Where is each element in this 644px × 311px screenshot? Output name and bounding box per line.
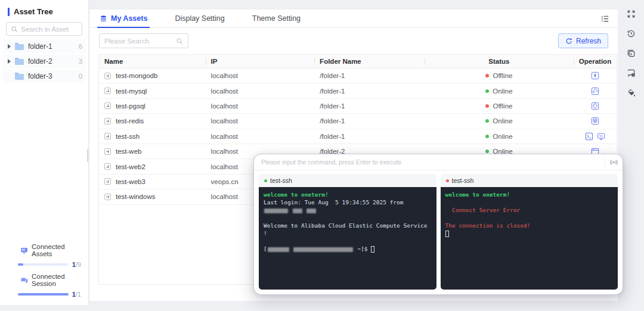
status-dot bbox=[485, 89, 489, 93]
stat-progress-track bbox=[18, 263, 69, 266]
table-row[interactable]: test-sshlocalhost/folder-1OnlineTEL bbox=[99, 129, 617, 144]
redis-icon[interactable] bbox=[591, 117, 599, 125]
pgsql-icon[interactable] bbox=[591, 102, 599, 110]
tab-bar: My AssetsDisplay SettingTheme Setting bbox=[89, 10, 618, 28]
stat-progress-fill bbox=[18, 293, 69, 296]
expand-plus-icon[interactable] bbox=[104, 148, 111, 155]
tab-theme-setting[interactable]: Theme Setting bbox=[251, 10, 302, 27]
terminal-icon[interactable] bbox=[585, 132, 593, 141]
refresh-label: Refresh bbox=[576, 37, 601, 45]
column-header-status: Status bbox=[425, 55, 574, 68]
tree-node-folder-1[interactable]: folder-16 bbox=[2, 39, 86, 53]
stat-progress-track bbox=[18, 293, 69, 296]
stat-label: Connected Assets bbox=[32, 243, 81, 257]
stat-bar-row: 1/1 bbox=[20, 291, 81, 298]
cell-ip: localhost bbox=[206, 114, 315, 128]
cell-name: test-mongodb bbox=[99, 69, 206, 83]
asset-search-input[interactable] bbox=[21, 26, 78, 33]
refresh-button[interactable]: Refresh bbox=[558, 33, 608, 48]
column-header-folder-name: Folder Name bbox=[314, 55, 425, 68]
search-icon bbox=[176, 38, 183, 45]
cell-name: test-web3 bbox=[99, 175, 206, 189]
terminal-screen[interactable]: welcome to oneterm!Last login: Tue Aug 5… bbox=[259, 187, 436, 290]
cell-status: Offline bbox=[425, 69, 574, 83]
asset-search-box[interactable] bbox=[6, 22, 82, 36]
status-dot bbox=[485, 74, 489, 77]
tab-display-setting[interactable]: Display Setting bbox=[174, 10, 225, 27]
table-row[interactable]: test-pgsqllocalhost/folder-1Offline bbox=[99, 99, 617, 114]
telnet-icon[interactable]: TEL bbox=[597, 132, 605, 141]
stat-1: Connected Session bbox=[20, 273, 81, 287]
folder-icon bbox=[15, 73, 24, 80]
tree-node-count: 6 bbox=[79, 43, 82, 50]
stat-0: Connected Assets bbox=[20, 243, 81, 257]
tree-node-folder-3[interactable]: folder-30 bbox=[2, 69, 86, 83]
expand-plus-icon[interactable] bbox=[104, 194, 111, 200]
history-icon[interactable] bbox=[626, 28, 636, 39]
expand-plus-icon[interactable] bbox=[104, 73, 111, 79]
tree-node-label: folder-2 bbox=[28, 57, 79, 66]
connected-session-icon bbox=[20, 276, 28, 284]
table-row[interactable]: test-mysqllocalhost/folder-1Online bbox=[99, 83, 617, 98]
table-row[interactable]: test-redislocalhost/folder-1Online bbox=[99, 114, 617, 129]
tree-node-label: folder-1 bbox=[28, 42, 79, 51]
terminal-cursor bbox=[445, 231, 449, 237]
fullscreen-icon[interactable] bbox=[626, 8, 636, 19]
cell-name: test-redis bbox=[99, 114, 206, 128]
cell-folder: /folder-1 bbox=[314, 129, 425, 144]
status-dot bbox=[485, 104, 489, 108]
tab-my-assets[interactable]: My Assets bbox=[98, 10, 148, 27]
cell-status: Online bbox=[425, 129, 574, 144]
table-search-input[interactable] bbox=[104, 38, 176, 45]
batch-command-bar bbox=[254, 154, 623, 170]
panel-title-row: Asset Tree bbox=[0, 0, 88, 16]
asset-tree-panel: Asset Tree folder-16folder-23folder-30 C… bbox=[0, 0, 88, 305]
status-dot bbox=[485, 135, 489, 138]
title-accent-bar bbox=[8, 8, 10, 16]
terminal-tab[interactable]: test-ssh bbox=[264, 177, 292, 184]
cell-status: Online bbox=[425, 114, 574, 128]
cell-status: Offline bbox=[425, 99, 574, 113]
terminal-screen[interactable]: welcome to oneterm! Connect Server Error… bbox=[441, 187, 618, 290]
terminal-tab[interactable]: test-ssh bbox=[446, 177, 474, 184]
expand-caret-icon[interactable] bbox=[8, 44, 11, 49]
cell-operation bbox=[574, 69, 617, 83]
theme-bucket-icon[interactable] bbox=[626, 87, 636, 98]
expand-plus-icon[interactable] bbox=[104, 178, 111, 185]
redacted-text bbox=[264, 209, 288, 213]
tree-node-folder-2[interactable]: folder-23 bbox=[2, 54, 86, 68]
cell-ip: localhost bbox=[206, 129, 315, 144]
sidebar-resize-handle[interactable] bbox=[87, 149, 88, 162]
expand-plus-icon[interactable] bbox=[104, 88, 111, 94]
terminal-tab-bar: test-ssh bbox=[441, 174, 618, 187]
expand-plus-icon[interactable] bbox=[104, 102, 111, 109]
table-search-box[interactable] bbox=[99, 33, 188, 48]
stat-label: Connected Session bbox=[32, 273, 81, 287]
expand-plus-icon[interactable] bbox=[104, 163, 111, 170]
cell-name: test-web bbox=[99, 144, 206, 158]
mongodb-icon[interactable] bbox=[591, 71, 599, 80]
table-row[interactable]: test-mongodblocalhost/folder-1Offline bbox=[99, 69, 617, 83]
expand-caret-icon[interactable] bbox=[8, 59, 11, 64]
table-toolbar: Refresh bbox=[89, 28, 618, 53]
message-settings-icon[interactable] bbox=[626, 67, 636, 78]
batch-command-input[interactable] bbox=[261, 158, 600, 166]
terminal-pane-0: test-sshwelcome to oneterm!Last login: T… bbox=[259, 174, 436, 290]
cell-folder: /folder-1 bbox=[314, 99, 425, 113]
expand-plus-icon[interactable] bbox=[104, 133, 111, 139]
mysql-icon[interactable] bbox=[591, 87, 599, 95]
terminal-cursor bbox=[371, 246, 374, 253]
cell-name: test-web2 bbox=[99, 159, 206, 173]
status-dot bbox=[485, 119, 489, 123]
duplicate-window-icon[interactable] bbox=[626, 48, 636, 58]
cell-folder: /folder-1 bbox=[314, 69, 425, 83]
session-status-dot bbox=[446, 179, 449, 182]
expand-plus-icon[interactable] bbox=[104, 118, 111, 125]
cell-operation bbox=[574, 99, 617, 113]
broadcast-icon[interactable] bbox=[605, 157, 618, 167]
session-status-dot bbox=[264, 179, 267, 182]
column-settings-icon[interactable] bbox=[600, 14, 609, 23]
redacted-text bbox=[293, 209, 302, 213]
status-dot bbox=[485, 150, 489, 153]
connection-stats: Connected Assets1/9Connected Session1/1 bbox=[0, 238, 88, 298]
